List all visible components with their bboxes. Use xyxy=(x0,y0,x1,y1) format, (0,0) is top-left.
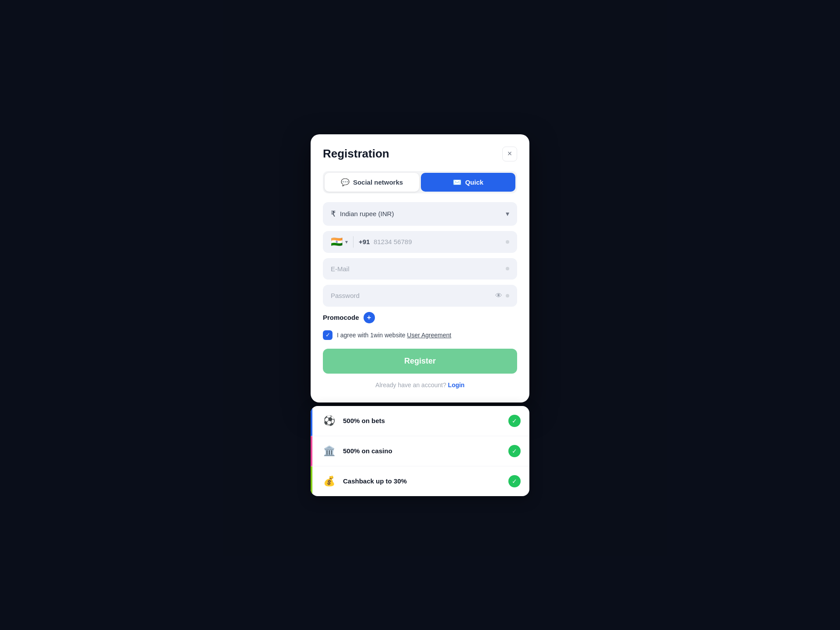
close-button[interactable]: × xyxy=(502,147,517,161)
tab-social-label: Social networks xyxy=(353,178,403,186)
chevron-down-icon: ▾ xyxy=(506,210,509,218)
promocode-add-button[interactable]: + xyxy=(364,312,375,323)
password-placeholder: Password xyxy=(331,292,360,299)
social-icon: 💬 xyxy=(341,178,350,186)
phone-field: 🇮🇳 ▾ +91 81234 56789 xyxy=(323,231,517,253)
soccer-ball-icon: ⚽ xyxy=(321,413,337,429)
email-icon: ✉️ xyxy=(453,178,462,186)
eye-icon[interactable]: 👁 xyxy=(495,292,502,300)
casino-icon: 🏛️ xyxy=(321,443,337,459)
bonus-casino-text: 500% on casino xyxy=(343,447,392,455)
login-link[interactable]: Login xyxy=(448,382,465,388)
register-button[interactable]: Register xyxy=(323,349,517,374)
cashback-icon: 💰 xyxy=(321,473,337,489)
modal-header: Registration × xyxy=(323,147,517,161)
email-placeholder: E-Mail xyxy=(331,265,350,273)
email-group: E-Mail xyxy=(323,258,517,280)
promocode-label: Promocode xyxy=(323,314,359,321)
bonus-panel: ⚽ 500% on bets ✓ 🏛️ 500% on casino ✓ 💰 C… xyxy=(311,406,529,496)
promocode-row: Promocode + xyxy=(323,312,517,323)
india-flag-icon: 🇮🇳 xyxy=(331,236,343,248)
user-agreement-link[interactable]: User Agreement xyxy=(407,332,451,339)
bonus-bets-item: ⚽ 500% on bets ✓ xyxy=(311,406,529,436)
tab-quick[interactable]: ✉️ Quick xyxy=(421,173,515,192)
bonus-cashback-item: 💰 Cashback up to 30% ✓ xyxy=(311,466,529,496)
tab-social-networks[interactable]: 💬 Social networks xyxy=(325,173,419,192)
required-dot xyxy=(506,240,509,244)
required-dot xyxy=(506,267,509,270)
phone-group: 🇮🇳 ▾ +91 81234 56789 xyxy=(323,231,517,253)
check-icon: ✓ xyxy=(326,332,330,338)
bonus-bets-text: 500% on bets xyxy=(343,417,385,424)
agreement-checkbox[interactable]: ✓ xyxy=(323,330,332,340)
bonus-casino-item: 🏛️ 500% on casino ✓ xyxy=(311,436,529,466)
required-dot xyxy=(506,294,509,298)
password-field[interactable]: Password 👁 xyxy=(323,285,517,307)
rupee-icon: ₹ xyxy=(331,209,336,219)
agreement-row: ✓ I agree with 1win website User Agreeme… xyxy=(323,330,517,340)
bonus-bets-check: ✓ xyxy=(508,415,521,427)
bonus-casino-check: ✓ xyxy=(508,445,521,457)
currency-select[interactable]: ₹ Indian rupee (INR) ▾ xyxy=(323,202,517,226)
registration-modal: Registration × 💬 Social networks ✉️ Quic… xyxy=(311,134,529,402)
phone-placeholder: 81234 56789 xyxy=(374,238,412,245)
agreement-label: I agree with 1win website User Agreement xyxy=(337,332,451,339)
phone-prefix: +91 xyxy=(359,238,370,245)
currency-value: Indian rupee (INR) xyxy=(340,210,394,217)
modal-title: Registration xyxy=(323,147,389,161)
password-group: Password 👁 xyxy=(323,285,517,307)
tab-bar: 💬 Social networks ✉️ Quick xyxy=(323,171,517,193)
currency-group: ₹ Indian rupee (INR) ▾ xyxy=(323,202,517,226)
tab-quick-label: Quick xyxy=(465,178,483,186)
login-prompt: Already have an account? xyxy=(375,382,446,388)
bonus-cashback-text: Cashback up to 30% xyxy=(343,477,407,485)
flag-chevron-icon: ▾ xyxy=(345,239,348,245)
bonus-cashback-check: ✓ xyxy=(508,475,521,487)
login-row: Already have an account? Login xyxy=(323,382,517,388)
modal-wrapper: Registration × 💬 Social networks ✉️ Quic… xyxy=(311,134,529,496)
flag-selector[interactable]: 🇮🇳 ▾ xyxy=(331,236,354,248)
email-field[interactable]: E-Mail xyxy=(323,258,517,280)
